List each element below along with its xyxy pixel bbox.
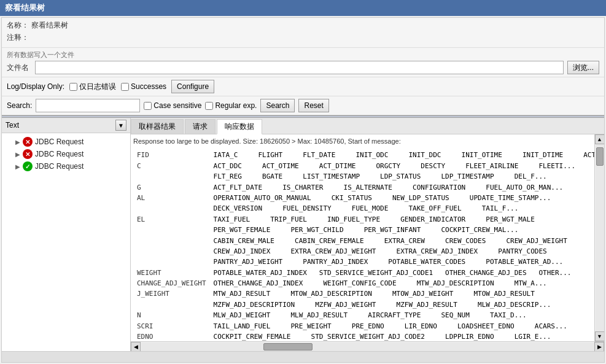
table-row: CHANGE_ADJ_WEIGHT OTHER_CHANGE_ADJ_INDEX… bbox=[133, 278, 594, 288]
tab-request-label: 请求 bbox=[193, 122, 208, 131]
left-panel-label: Text bbox=[6, 121, 19, 130]
scroll-down-button[interactable]: ▼ bbox=[595, 331, 605, 341]
successes-checkbox[interactable] bbox=[121, 83, 129, 91]
tabs-bar: 取样器结果 请求 响应数据 bbox=[131, 118, 604, 134]
file-section: 所有数据写入一个文件 文件名 浏览... bbox=[2, 48, 604, 77]
error-icon: ✕ bbox=[23, 137, 33, 147]
row-label bbox=[133, 246, 210, 257]
row-label: WEIGHT bbox=[133, 268, 210, 278]
row-label bbox=[133, 203, 210, 214]
table-row: C ACT_DDC ACT_OTIME ACT_DTIME ORGCTY DES… bbox=[133, 161, 594, 171]
tab-sampler-result[interactable]: 取样器结果 bbox=[131, 119, 184, 134]
row-label: EL bbox=[133, 214, 210, 225]
row-label bbox=[133, 236, 210, 246]
dropdown-button[interactable]: ▼ bbox=[115, 120, 126, 131]
browse-button[interactable]: 浏览... bbox=[567, 61, 599, 74]
success-icon: ✓ bbox=[23, 161, 33, 171]
name-section: 名称： 察看结果树 注释： bbox=[2, 18, 604, 48]
row-data: PANTRY_ADJ_WEIGHT PANTRY_ADJ_INDEX POTAB… bbox=[210, 257, 594, 267]
search-input[interactable] bbox=[36, 99, 140, 112]
row-data: MTW_ADJ_RESULT MTOW_ADJ_DESCRIPTION MTOW… bbox=[210, 288, 594, 299]
scroll-right-button[interactable]: ▶ bbox=[594, 342, 604, 352]
scroll-track[interactable] bbox=[596, 144, 604, 331]
row-data: PER_WGT_FEMALE PER_WGT_CHILD PER_WGT_INF… bbox=[210, 225, 594, 235]
response-notice: Response too large to be displayed. Size… bbox=[133, 137, 592, 146]
regexp-checkbox[interactable] bbox=[205, 102, 213, 110]
errors-only-checkbox[interactable] bbox=[69, 83, 77, 91]
tree-item-label: JDBC Request bbox=[35, 150, 84, 158]
tab-response-data-label: 响应数据 bbox=[225, 122, 254, 131]
row-data: FLT_REG BGATE LIST_TIMESTAMP LDP_STATUS … bbox=[210, 171, 594, 182]
row-data: OPERATION_AUTO_OR_MANUAL CKI_STATUS NEW_… bbox=[210, 193, 594, 203]
search-label: Search: bbox=[7, 101, 32, 110]
horizontal-scrollbar[interactable]: ◀ ▶ bbox=[131, 341, 604, 351]
successes-label: Successes bbox=[131, 82, 166, 91]
scroll-left-button[interactable]: ◀ bbox=[131, 342, 141, 352]
content-area: Text ▼ ▶ ✕ JDBC Request ▶ ✕ JDBC Request bbox=[2, 118, 604, 351]
status-bar bbox=[2, 351, 604, 362]
hscroll-thumb[interactable] bbox=[263, 343, 313, 350]
row-label bbox=[133, 171, 210, 182]
table-row: CREW_ADJ_INDEX EXTRA_CREW_ADJ_WEIGHT EXT… bbox=[133, 246, 594, 257]
row-data: DECK_VERSION FUEL_DENSITY FUEL_MODE TAKE… bbox=[210, 203, 594, 214]
search-row: Search: Case sensitive Regular exp. Sear… bbox=[2, 96, 604, 115]
successes-checkbox-label[interactable]: Successes bbox=[121, 82, 166, 91]
table-row: EDNO COCKPIT_CREW_FEMALE STD_SERVICE_WEI… bbox=[133, 331, 594, 341]
case-sensitive-label[interactable]: Case sensitive bbox=[144, 101, 201, 110]
row-label: EDNO bbox=[133, 331, 210, 341]
errors-only-checkbox-label[interactable]: 仅日志错误 bbox=[69, 82, 116, 92]
case-sensitive-checkbox[interactable] bbox=[144, 102, 152, 110]
row-data: TAIL_LAND_FUEL PRE_WEIGHT PRE_EDNO LIR_E… bbox=[210, 321, 594, 331]
reset-button[interactable]: Reset bbox=[298, 99, 328, 112]
row-label: G bbox=[133, 182, 210, 193]
row-label: J_WEIGHT bbox=[133, 288, 210, 299]
left-panel-header: Text ▼ bbox=[2, 118, 130, 133]
scroll-thumb[interactable] bbox=[596, 147, 604, 166]
list-item[interactable]: ▶ ✕ JDBC Request bbox=[4, 136, 128, 148]
row-data: CABIN_CREW_MALE CABIN_CREW_FEMALE EXTRA_… bbox=[210, 236, 594, 246]
list-item[interactable]: ▶ ✕ JDBC Request bbox=[4, 148, 128, 160]
title-bar: 察看结果树 bbox=[0, 0, 606, 16]
file-name-input[interactable] bbox=[35, 61, 564, 74]
log-row: Log/Display Only: 仅日志错误 Successes Config… bbox=[2, 77, 604, 96]
row-data: ACT_DDC ACT_OTIME ACT_DTIME ORGCTY DESCT… bbox=[210, 161, 594, 171]
row-data: ACT_FLT_DATE IS_CHARTER IS_ALTERNATE CON… bbox=[210, 182, 594, 193]
errors-only-label: 仅日志错误 bbox=[79, 82, 116, 92]
log-display-label: Log/Display Only: bbox=[7, 82, 64, 91]
table-row: WEIGHT POTABLE_WATER_ADJ_INDEX STD_SERVI… bbox=[133, 268, 594, 278]
title-text: 察看结果树 bbox=[5, 3, 45, 12]
configure-button[interactable]: Configure bbox=[171, 80, 214, 93]
regexp-text: Regular exp. bbox=[215, 101, 257, 110]
name-value: 察看结果树 bbox=[31, 20, 68, 31]
table-row: EL TAXI_FUEL TRIP_FUEL IND_FUEL_TYPE GEN… bbox=[133, 214, 594, 225]
row-data: TAXI_FUEL TRIP_FUEL IND_FUEL_TYPE GENDER… bbox=[210, 214, 594, 225]
table-row: SCRI TAIL_LAND_FUEL PRE_WEIGHT PRE_EDNO … bbox=[133, 321, 594, 331]
tab-request[interactable]: 请求 bbox=[185, 119, 216, 134]
case-sensitive-text: Case sensitive bbox=[153, 101, 201, 110]
response-area[interactable]: Response too large to be displayed. Size… bbox=[131, 134, 594, 341]
row-label bbox=[133, 225, 210, 235]
error-icon: ✕ bbox=[23, 149, 33, 159]
row-data: CREW_ADJ_INDEX EXTRA_CREW_ADJ_WEIGHT EXT… bbox=[210, 246, 594, 257]
file-row: 文件名 浏览... bbox=[7, 61, 599, 74]
table-row: PANTRY_ADJ_WEIGHT PANTRY_ADJ_INDEX POTAB… bbox=[133, 257, 594, 267]
hscroll-track[interactable] bbox=[141, 343, 594, 351]
row-label: AL bbox=[133, 193, 210, 203]
row-label: N bbox=[133, 310, 210, 320]
all-data-note: 所有数据写入一个文件 bbox=[7, 50, 599, 60]
regexp-label[interactable]: Regular exp. bbox=[205, 101, 257, 110]
tree-item-label: JDBC Request bbox=[35, 162, 84, 171]
list-item[interactable]: ▶ ✓ JDBC Request bbox=[4, 160, 128, 172]
tab-response-data[interactable]: 响应数据 bbox=[217, 119, 262, 134]
right-panel: 取样器结果 请求 响应数据 Response too large to be d… bbox=[131, 118, 604, 351]
scroll-up-button[interactable]: ▲ bbox=[595, 134, 605, 144]
row-data: MZFW_ADJ_DESCRIPTION MZFW_ADJ_WEIGHT MZF… bbox=[210, 300, 594, 310]
name-row: 名称： 察看结果树 bbox=[7, 20, 599, 31]
row-label bbox=[133, 257, 210, 267]
right-content: Response too large to be displayed. Size… bbox=[131, 134, 604, 341]
vertical-scrollbar[interactable]: ▲ ▼ bbox=[594, 134, 604, 341]
search-button[interactable]: Search bbox=[260, 99, 295, 112]
tree-item-label: JDBC Request bbox=[35, 137, 84, 146]
tree-area: ▶ ✕ JDBC Request ▶ ✕ JDBC Request ▶ ✓ JD… bbox=[2, 133, 130, 351]
row-data: OTHER_CHANGE_ADJ_INDEX WEIGHT_CONFIG_COD… bbox=[210, 278, 594, 288]
